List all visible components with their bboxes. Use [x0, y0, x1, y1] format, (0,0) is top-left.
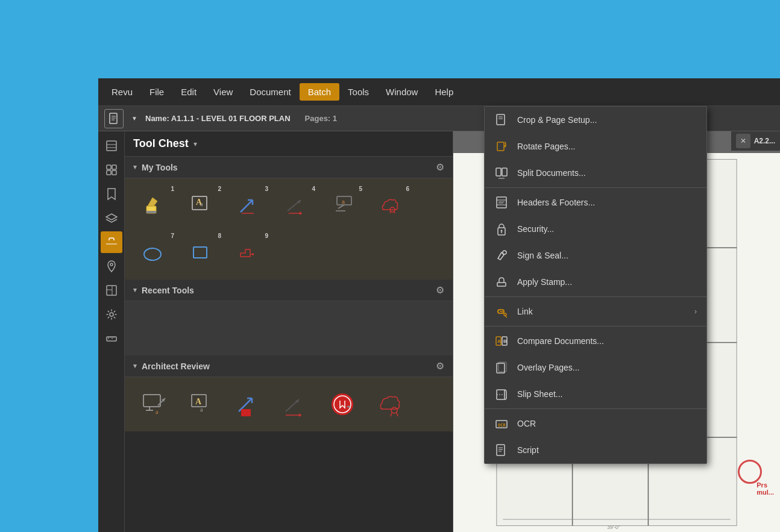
sidebar-icon-floorplan[interactable] — [101, 280, 122, 301]
menu-item-script[interactable]: Script — [485, 437, 706, 463]
tool-6-number: 6 — [406, 186, 409, 192]
apply-stamp-icon — [494, 275, 509, 289]
slip-sheet-label: Slip Sheet... — [517, 389, 697, 399]
menu-item-sign-seal[interactable]: Sign & Seal... — [485, 242, 706, 269]
tool-highlighter[interactable]: 1 — [133, 184, 175, 227]
svg-text:39'-0": 39'-0" — [607, 524, 620, 530]
svg-point-66 — [391, 407, 397, 413]
ocr-icon: OCR — [494, 416, 509, 431]
panel-header-chevron[interactable]: ▾ — [193, 140, 197, 148]
sidebar-icon-briefcase[interactable] — [101, 231, 122, 253]
svg-point-99 — [503, 251, 506, 254]
sidebar-icon-location[interactable] — [101, 255, 122, 277]
tool-9-icon — [233, 237, 264, 268]
menu-item-rotate-pages[interactable]: Rotate Pages... — [485, 133, 706, 160]
overlay-pages-icon — [494, 360, 509, 375]
arch-tool-cloud-person[interactable] — [368, 383, 410, 425]
recent-tools-chevron[interactable]: ▾ — [133, 286, 137, 294]
my-tools-section: ▾ My Tools ⚙ 1 — [125, 157, 453, 280]
tool-chest-panel: Tool Chest ▾ ▾ My Tools ⚙ 1 — [125, 131, 453, 532]
menu-item-split-documents[interactable]: Split Documents... — [485, 160, 706, 186]
menu-item-link[interactable]: Link › — [485, 298, 706, 325]
svg-point-13 — [110, 263, 113, 266]
split-documents-label: Split Documents... — [517, 168, 697, 178]
menu-view[interactable]: View — [205, 83, 241, 101]
menu-window[interactable]: Window — [377, 83, 426, 101]
svg-point-43 — [144, 248, 161, 260]
doc-icon-button[interactable] — [104, 109, 124, 128]
arch-tool-text-a[interactable]: A a — [180, 383, 222, 425]
recent-tools-gear[interactable]: ⚙ — [436, 284, 444, 296]
my-tools-chevron[interactable]: ▾ — [133, 163, 137, 171]
svg-rect-7 — [107, 165, 111, 169]
arch-tool-stamp[interactable] — [321, 383, 363, 425]
sidebar-icon-ruler[interactable] — [101, 328, 122, 349]
tool-cloud[interactable]: 6 — [368, 184, 410, 227]
arch-tool-monitor[interactable]: a — [133, 383, 175, 425]
menu-edit[interactable]: Edit — [172, 83, 205, 101]
svg-line-37 — [338, 205, 344, 208]
menu-revu[interactable]: Revu — [103, 83, 141, 101]
menu-item-ocr[interactable]: OCR OCR — [485, 410, 706, 437]
recent-tools-header: ▾ Recent Tools ⚙ — [125, 280, 453, 301]
menu-tools[interactable]: Tools — [339, 83, 377, 101]
sidebar-icon-layers[interactable] — [101, 207, 122, 229]
toolbar-dropdown-button[interactable]: ▼ — [128, 109, 140, 128]
tool-3-icon — [233, 190, 264, 221]
menu-batch[interactable]: Batch — [300, 83, 339, 101]
sidebar-icon-bookmark[interactable] — [101, 183, 122, 205]
svg-text:a: a — [200, 406, 203, 413]
menu-item-apply-stamp[interactable]: Apply Stamp... — [485, 269, 706, 295]
svg-rect-88 — [496, 168, 501, 176]
batch-dropdown-menu: Crop & Page Setup... Rotate Pages... — [484, 131, 707, 464]
tool-1-number: 1 — [171, 186, 174, 192]
tool-rectangle[interactable]: 8 — [180, 231, 222, 274]
recent-tools-section: ▾ Recent Tools ⚙ — [125, 280, 453, 355]
architect-review-label: Architect Review — [142, 361, 210, 371]
svg-rect-24 — [146, 211, 156, 213]
tool-arrow[interactable]: 4 — [274, 184, 316, 227]
sign-seal-label: Sign & Seal... — [517, 251, 697, 260]
architect-review-header: ▾ Architect Review ⚙ — [125, 355, 453, 377]
svg-text:A: A — [195, 397, 202, 406]
pages-label: Pages: 1 — [305, 114, 337, 123]
tool-callout[interactable]: 5 a — [321, 184, 363, 227]
svg-rect-89 — [502, 168, 507, 176]
tool-angle-arrow[interactable]: 3 — [227, 184, 269, 227]
menu-item-slip-sheet[interactable]: Slip Sheet... — [485, 381, 706, 407]
svg-text:A: A — [497, 339, 501, 344]
arch-tool-angle-fill[interactable] — [227, 383, 269, 425]
architect-tools-content: a A a — [125, 377, 453, 431]
menu-document[interactable]: Document — [241, 83, 299, 101]
svg-rect-44 — [193, 247, 207, 258]
svg-rect-58 — [241, 409, 251, 416]
tool-ellipse[interactable]: 7 — [133, 231, 175, 274]
divider-1 — [485, 187, 706, 188]
divider-3 — [485, 326, 706, 327]
menu-item-security[interactable]: Security... — [485, 216, 706, 242]
menu-help[interactable]: Help — [426, 83, 462, 101]
canvas-close-button[interactable]: ✕ — [736, 134, 750, 148]
recent-tools-content — [125, 301, 453, 355]
sidebar-icon-settings[interactable] — [101, 304, 122, 325]
svg-rect-9 — [107, 171, 111, 175]
tool-textbox[interactable]: 2 A a — [180, 184, 222, 227]
canvas-tab-bar: ✕ A2.2... — [731, 131, 780, 151]
security-icon — [494, 222, 509, 236]
sidebar-icon-grid[interactable] — [101, 159, 122, 181]
arch-tool-arrow-right[interactable] — [274, 383, 316, 425]
tool-step[interactable]: 9 — [227, 231, 269, 274]
menu-item-overlay-pages[interactable]: Overlay Pages... — [485, 354, 706, 381]
tool-1-icon — [139, 190, 170, 221]
sidebar-icon-panels[interactable] — [101, 135, 122, 157]
architect-review-gear[interactable]: ⚙ — [436, 360, 444, 372]
my-tools-gear[interactable]: ⚙ — [436, 161, 444, 173]
svg-marker-62 — [299, 413, 301, 417]
architect-review-chevron[interactable]: ▾ — [133, 362, 137, 370]
compare-documents-label: Compare Documents... — [517, 336, 697, 346]
script-icon — [494, 443, 509, 457]
my-tools-grid: 1 2 — [133, 184, 444, 274]
menu-item-compare-documents[interactable]: A B Compare Documents... — [485, 328, 706, 354]
menu-item-headers-footers[interactable]: Headers & Footers... — [485, 189, 706, 216]
menu-file[interactable]: File — [141, 83, 172, 101]
